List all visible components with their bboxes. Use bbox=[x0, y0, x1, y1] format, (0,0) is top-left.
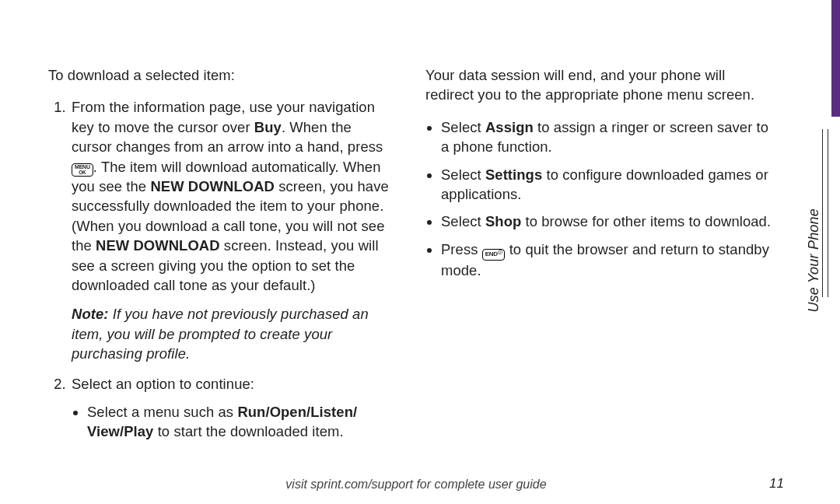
end-key-icon: ENDⓘ bbox=[482, 249, 506, 261]
text: Select bbox=[441, 213, 485, 229]
new-download-label: NEW DOWNLOAD bbox=[96, 237, 220, 254]
list-item: Select Assign to assign a ringer or scre… bbox=[441, 117, 772, 157]
steps-list: From the information page, use your navi… bbox=[48, 97, 394, 441]
menu-ok-key-icon: MENUOK bbox=[72, 163, 93, 177]
section-heading: To download a selected item: bbox=[48, 65, 394, 85]
text: Select bbox=[441, 119, 485, 135]
shop-label: Shop bbox=[485, 213, 521, 229]
note-text: If you have not previously purchased an … bbox=[72, 306, 369, 362]
new-download-label: NEW DOWNLOAD bbox=[150, 178, 275, 194]
section-tab bbox=[831, 0, 840, 117]
manual-page: Use Your Phone To download a selected it… bbox=[0, 0, 840, 504]
text: Your data session will end, and your pho… bbox=[425, 67, 754, 103]
note: Note: If you have not previously purchas… bbox=[72, 304, 394, 363]
settings-label: Settings bbox=[485, 166, 542, 183]
column-left: To download a selected item: From the in… bbox=[48, 65, 394, 453]
list-item: Select a menu such as Run/Open/Listen/ V… bbox=[87, 402, 394, 442]
step-1: From the information page, use your navi… bbox=[70, 97, 394, 363]
list-item: Press ENDⓘ to quit the browser and retur… bbox=[441, 240, 772, 280]
assign-label: Assign bbox=[485, 119, 534, 135]
list-item: Select Settings to configure downloaded … bbox=[441, 165, 772, 205]
section-side-label: Use Your Phone bbox=[806, 208, 822, 313]
note-label: Note: bbox=[72, 306, 109, 322]
page-number: 11 bbox=[769, 476, 784, 492]
footer-text: visit sprint.com/support for complete us… bbox=[48, 478, 784, 492]
text: Select bbox=[441, 166, 485, 183]
text: to browse for other items to download. bbox=[521, 213, 771, 229]
body-columns: To download a selected item: From the in… bbox=[48, 65, 772, 453]
text: Select a menu such as bbox=[87, 404, 237, 420]
footer: visit sprint.com/support for complete us… bbox=[48, 478, 784, 492]
text: Select an option to continue: bbox=[72, 376, 254, 392]
list-item: Select Shop to browse for other items to… bbox=[441, 212, 772, 231]
text: to start the downloaded item. bbox=[153, 423, 343, 439]
step-2: Select an option to continue: Select a m… bbox=[70, 374, 394, 441]
buy-label: Buy bbox=[254, 119, 282, 135]
section-tab-divider bbox=[821, 129, 830, 297]
column-right: Your data session will end, and your pho… bbox=[425, 65, 772, 453]
continuation-options: Select Assign to assign a ringer or scre… bbox=[425, 117, 772, 280]
step-2-options: Select a menu such as Run/Open/Listen/ V… bbox=[72, 402, 394, 442]
text: Press bbox=[441, 241, 482, 257]
